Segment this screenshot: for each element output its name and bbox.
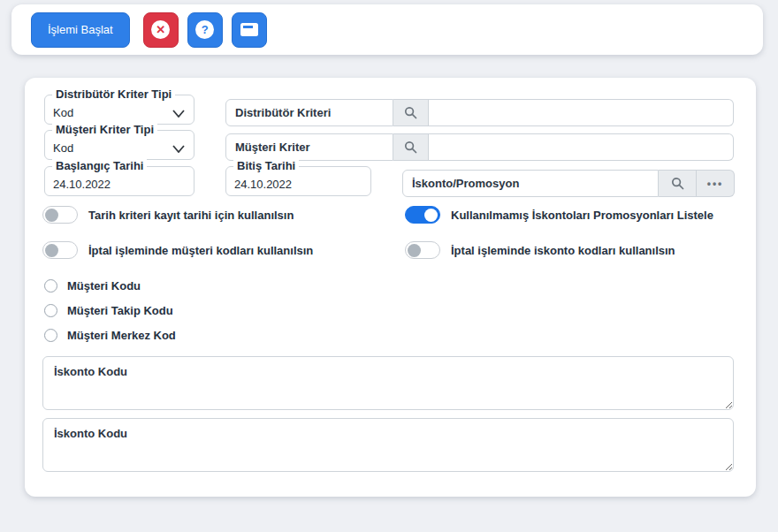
discount-promo-search-button[interactable] [659,170,697,197]
question-circle-icon: ? [195,20,214,39]
toggle-cancel-discount-codes-label: İptal işleminde iskonto kodları kullanıl… [451,244,675,257]
discount-promo-input[interactable] [402,170,659,197]
chevron-down-icon [172,110,185,118]
distributor-criteria-input[interactable] [225,99,393,126]
toggle-date-criteria: Tarih kriteri kayıt tarihi için kullanıl… [42,206,294,224]
toggle-cancel-customer-codes-label: İptal işleminde müşteri kodları kullanıl… [88,244,313,257]
start-process-button[interactable]: İşlemi Başlat [31,12,130,48]
search-icon [404,106,417,119]
end-date-value: 24.10.2022 [234,178,292,191]
ellipsis-icon: ••• [707,180,724,187]
toggle-date-criteria-switch[interactable] [42,206,78,224]
distributor-criteria-group [225,99,734,126]
radio-customer-center-code: Müşteri Merkez Kod [44,329,176,342]
start-date-label: Başlangıç Tarihi [52,159,147,172]
customer-criteria-search-button[interactable] [393,133,429,161]
radio-customer-tracking-code-button[interactable] [44,304,57,317]
discount-codes-textarea-1[interactable] [42,356,734,410]
toggle-list-unused-label: Kullanılmamış İskontoları Promosyonları … [451,209,713,222]
toggle-cancel-discount-codes: İptal işleminde iskonto kodları kullanıl… [405,241,675,259]
customer-type-value: Kod [53,141,73,155]
radio-customer-code: Müşteri Kodu [44,279,141,293]
distributor-type-select[interactable]: Distribütör Kriter Tipi Kod [44,95,194,125]
window-button[interactable] [232,12,267,48]
customer-type-label: Müşteri Kriter Tipi [52,123,157,136]
radio-customer-tracking-code-label: Müşteri Takip Kodu [67,304,173,317]
start-date-value: 24.10.2022 [53,178,111,191]
start-date-field[interactable]: Başlangıç Tarihi 24.10.2022 [44,166,194,196]
distributor-criteria-search-button[interactable] [393,99,429,126]
radio-customer-tracking-code: Müşteri Takip Kodu [44,304,173,317]
end-date-field[interactable]: Bitiş Tarihi 24.10.2022 [225,166,371,196]
radio-customer-code-label: Müşteri Kodu [67,279,141,293]
toggle-cancel-customer-codes: İptal işleminde müşteri kodları kullanıl… [42,241,313,259]
search-icon [671,177,684,190]
toggle-list-unused: Kullanılmamış İskontoları Promosyonları … [405,206,713,224]
customer-type-select[interactable]: Müşteri Kriter Tipi Kod [44,130,194,160]
chevron-down-icon [172,145,185,153]
search-icon [404,141,417,154]
form-card: Distribütör Kriter Tipi Kod Müşteri Krit… [25,78,756,497]
toggle-list-unused-switch[interactable] [405,206,440,224]
toggle-date-criteria-label: Tarih kriteri kayıt tarihi için kullanıl… [88,209,294,222]
toggle-cancel-discount-codes-switch[interactable] [405,241,440,259]
radio-customer-center-code-button[interactable] [44,329,57,342]
customer-criteria-result-field[interactable] [429,133,734,161]
distributor-type-value: Kod [53,106,73,119]
radio-customer-center-code-label: Müşteri Merkez Kod [67,329,176,342]
discount-codes-textarea-2[interactable] [42,418,734,472]
distributor-criteria-result-field[interactable] [429,99,734,126]
x-circle-icon: ✕ [151,20,170,39]
window-card-icon [240,23,258,36]
help-button[interactable]: ? [187,12,223,48]
toolbar: İşlemi Başlat ✕ ? [11,4,763,55]
cancel-button[interactable]: ✕ [143,12,179,48]
discount-promo-more-button[interactable]: ••• [697,170,735,197]
distributor-type-label: Distribütör Kriter Tipi [52,87,175,101]
customer-criteria-input[interactable] [225,133,393,161]
radio-customer-code-button[interactable] [44,279,57,293]
discount-promo-group: ••• [402,170,735,197]
end-date-label: Bitiş Tarihi [233,159,299,172]
customer-criteria-group [225,133,734,161]
toggle-cancel-customer-codes-switch[interactable] [42,241,78,259]
